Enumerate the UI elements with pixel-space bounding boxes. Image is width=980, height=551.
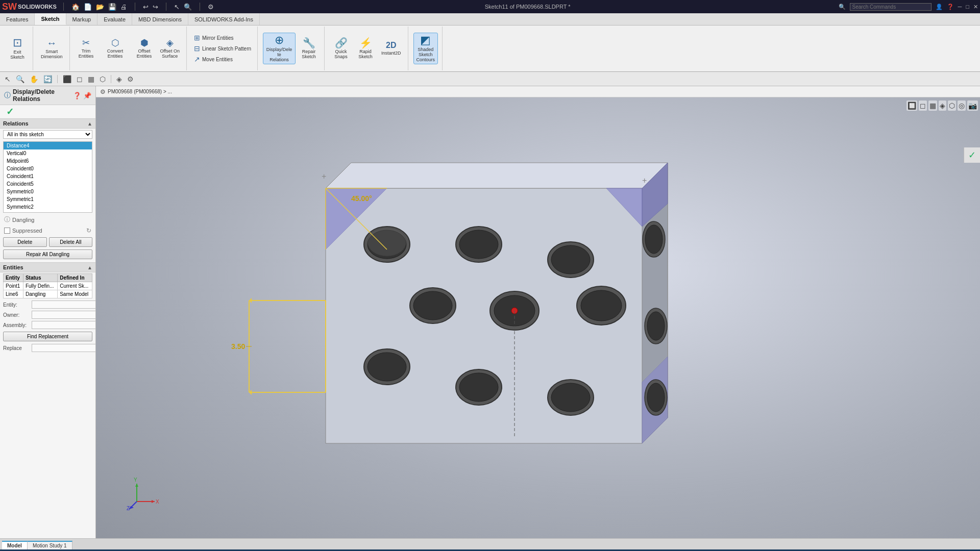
exit-sketch-buttons: ⊡ ExitSketch bbox=[6, 28, 29, 69]
quick-snaps-button[interactable]: 🔗 QuickSnaps bbox=[330, 36, 352, 61]
relation-item-midpoint6[interactable]: Midpoint6 bbox=[4, 157, 92, 165]
suppressed-info-icon: ↻ bbox=[86, 227, 91, 234]
sec-section-icon[interactable]: ⬡ bbox=[98, 74, 107, 84]
entities-table: Entity Status Defined In Point1 Fully De… bbox=[3, 273, 92, 298]
assembly-field-input[interactable] bbox=[32, 321, 96, 329]
sec-sep2 bbox=[111, 75, 111, 83]
relation-item-symmetric1[interactable]: Symmetric1 bbox=[4, 195, 92, 203]
offset-entities-button[interactable]: ⬢ OffsetEntities bbox=[133, 37, 156, 60]
snaps-buttons: 🔗 QuickSnaps ⚡ RapidSketch 2D Instant2D bbox=[330, 28, 404, 69]
gear-icon[interactable]: ⚙ bbox=[206, 2, 215, 12]
shaded-sketch-contours-button[interactable]: ◩ ShadedSketchContours bbox=[413, 33, 438, 64]
entities-section-header[interactable]: Entities ▲ bbox=[0, 262, 95, 272]
smart-dimension-button[interactable]: ↔ SmartDimension bbox=[38, 36, 65, 61]
undo-icon[interactable]: ↩ bbox=[141, 2, 150, 12]
sec-3d-icon[interactable]: ▦ bbox=[86, 74, 96, 84]
tab-markup[interactable]: Markup bbox=[66, 13, 98, 25]
vp-hide-icon[interactable]: ◈ bbox=[939, 101, 946, 111]
find-replacement-button[interactable]: Find Replacement bbox=[3, 332, 92, 341]
tab-evaluate[interactable]: Evaluate bbox=[97, 13, 132, 25]
save-icon[interactable]: 💾 bbox=[107, 2, 118, 12]
display-delete-relations-button[interactable]: ⊕ Display/DeleteRelations bbox=[263, 33, 296, 64]
tab-sketch[interactable]: Sketch bbox=[35, 13, 66, 25]
tab-addins[interactable]: SOLIDWORKS Add-Ins bbox=[188, 13, 260, 25]
breadcrumb-icon: ⚙ bbox=[100, 88, 106, 95]
relation-item-symmetric2[interactable]: Symmetric2 bbox=[4, 203, 92, 211]
new-icon[interactable]: 📄 bbox=[82, 2, 93, 12]
tab-mbd[interactable]: MBD Dimensions bbox=[132, 13, 188, 25]
replace-field-input[interactable] bbox=[32, 344, 96, 352]
tab-motion-study[interactable]: Motion Study 1 bbox=[28, 541, 72, 549]
sec-rotate-icon[interactable]: 🔄 bbox=[42, 74, 54, 84]
right-panel-accept[interactable]: ✓ bbox=[968, 149, 976, 161]
rapid-sketch-button[interactable]: ⚡ RapidSketch bbox=[354, 36, 377, 61]
minimize-icon[interactable]: ─ bbox=[958, 4, 962, 10]
linear-sketch-button[interactable]: ⊟ Linear Sketch Pattern bbox=[192, 43, 253, 54]
convert-entities-button[interactable]: ⬡ Convert Entities bbox=[100, 37, 131, 60]
sec-appearance-icon[interactable]: ◈ bbox=[115, 74, 124, 84]
mirror-entities-button[interactable]: ⊞ Mirror Entities bbox=[192, 33, 253, 43]
entity-field-input[interactable] bbox=[32, 300, 96, 309]
select-icon[interactable]: ↖ bbox=[173, 2, 181, 12]
entity-row-line6[interactable]: Line6 Dangling Same Model bbox=[4, 290, 92, 298]
relation-item-coincident5[interactable]: Coincident5 bbox=[4, 180, 92, 188]
account-icon[interactable]: 👤 bbox=[936, 4, 943, 10]
relations-filter-dropdown[interactable]: All in this sketch Dangling Over Defined… bbox=[3, 130, 92, 139]
close-icon[interactable]: ✕ bbox=[973, 4, 978, 10]
search-input[interactable] bbox=[850, 3, 932, 11]
tab-model[interactable]: Model bbox=[2, 541, 28, 549]
linear-sketch-label: Linear Sketch Pattern bbox=[202, 46, 251, 52]
relation-item-vertical0[interactable]: Vertical0 bbox=[4, 149, 92, 157]
entity-col-header: Entity bbox=[4, 274, 23, 282]
vp-section-icon[interactable]: ◻ bbox=[919, 101, 927, 111]
sec-zoom-icon[interactable]: 🔍 bbox=[14, 74, 26, 84]
vp-camera-icon[interactable]: 📷 bbox=[967, 101, 978, 111]
home-icon[interactable]: 🏠 bbox=[70, 2, 81, 12]
print-icon[interactable]: 🖨 bbox=[119, 2, 129, 12]
vp-appearance-icon[interactable]: ◎ bbox=[958, 101, 966, 111]
relation-item-symmetric0[interactable]: Symmetric0 bbox=[4, 188, 92, 195]
sec-render-icon[interactable]: ⚙ bbox=[126, 74, 135, 84]
offset-surface-button[interactable]: ◈ Offset OnSurface bbox=[158, 37, 182, 60]
owner-field-input[interactable] bbox=[32, 311, 96, 319]
vp-display-icon[interactable]: ▦ bbox=[928, 101, 937, 111]
assembly-field-label: Assembly: bbox=[3, 322, 30, 328]
sec-view-icon[interactable]: ◻ bbox=[75, 74, 84, 84]
relation-item-coincident1[interactable]: Coincident1 bbox=[4, 172, 92, 180]
relation-item-distance4[interactable]: Distance4 bbox=[4, 142, 92, 149]
instant2d-button[interactable]: 2D Instant2D bbox=[379, 40, 404, 57]
suppressed-checkbox[interactable] bbox=[4, 228, 10, 234]
sec-select-icon[interactable]: ↖ bbox=[3, 74, 12, 84]
top-right-controls: 🔍 👤 ❓ ─ □ ✕ bbox=[839, 3, 978, 11]
repair-sketch-button[interactable]: 🔧 RepairSketch bbox=[298, 36, 320, 61]
offset-surface-label: Offset OnSurface bbox=[160, 48, 180, 59]
help-icon[interactable]: ❓ bbox=[947, 4, 954, 10]
accept-button[interactable]: ✓ bbox=[2, 106, 18, 118]
entity-row-point1[interactable]: Point1 Fully Defin... Current Sk... bbox=[4, 282, 92, 290]
vp-scene-icon[interactable]: ⬡ bbox=[948, 101, 956, 111]
panel-help-icon[interactable]: ❓ bbox=[73, 92, 81, 99]
zoom-icon[interactable]: 🔍 bbox=[182, 2, 193, 12]
relation-item-coincident0[interactable]: Coincident0 bbox=[4, 165, 92, 172]
search-icon[interactable]: 🔍 bbox=[839, 4, 846, 10]
sec-box-icon[interactable]: ⬛ bbox=[61, 74, 73, 84]
viewport[interactable]: ⚙ PM009668 (PM009668) > ... 🔲 ◻ ▦ ◈ ⬡ ◎ … bbox=[96, 86, 980, 538]
relation-item-symmetric3[interactable]: Symmetric3 bbox=[4, 211, 92, 213]
open-icon[interactable]: 📂 bbox=[94, 2, 106, 12]
trim-entities-button[interactable]: ✂ TrimEntities bbox=[75, 37, 97, 60]
panel-pin-icon[interactable]: 📌 bbox=[83, 92, 91, 99]
vp-orient-icon[interactable]: 🔲 bbox=[906, 101, 917, 111]
exit-sketch-button[interactable]: ⊡ ExitSketch bbox=[6, 36, 29, 61]
delete-button[interactable]: Delete bbox=[3, 237, 47, 247]
sec-pan-icon[interactable]: ✋ bbox=[28, 74, 40, 84]
tab-features[interactable]: Features bbox=[0, 13, 35, 25]
repair-all-dangling-button[interactable]: Repair All Dangling bbox=[3, 249, 92, 259]
delete-all-button[interactable]: Delete All bbox=[49, 237, 93, 247]
svg-point-31 bbox=[647, 312, 665, 340]
relations-section-header[interactable]: Relations ▲ bbox=[0, 118, 95, 129]
owner-field-row: Owner: bbox=[0, 310, 95, 320]
redo-icon[interactable]: ↪ bbox=[151, 2, 160, 12]
ribbon-group-mirror: ⊞ Mirror Entities ⊟ Linear Sketch Patter… bbox=[188, 27, 258, 70]
move-entities-button[interactable]: ↗ Move Entities bbox=[192, 54, 253, 64]
maximize-icon[interactable]: □ bbox=[966, 4, 969, 10]
